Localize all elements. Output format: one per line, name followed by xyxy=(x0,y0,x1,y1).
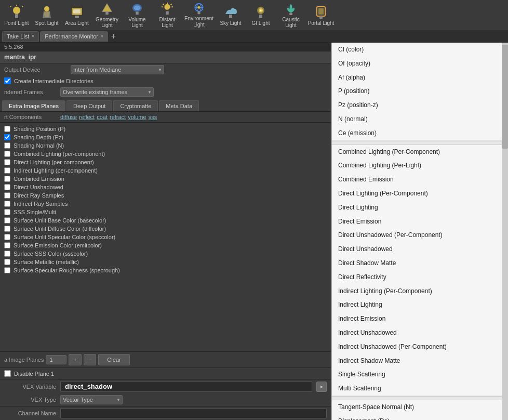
dropdown-item-combined-lighting-component[interactable]: Combined Lighting (Per-Component) xyxy=(332,145,508,159)
scrollbar-thumb[interactable] xyxy=(502,45,508,149)
dropdown-item-direct-unshadowed[interactable]: Direct Unshadowed xyxy=(332,242,508,256)
checkbox-6[interactable] xyxy=(4,176,10,182)
area-light-icon xyxy=(70,5,84,19)
vex-variable-row: VEX Variable ▸ xyxy=(0,379,331,393)
image-planes-index[interactable] xyxy=(46,355,66,364)
sub-tab-deep-output[interactable]: Deep Output xyxy=(66,100,112,111)
component-reflect[interactable]: reflect xyxy=(79,114,95,120)
vex-type-select-wrapper: Vector Type xyxy=(60,395,123,404)
checkbox-3[interactable] xyxy=(4,151,10,157)
svg-rect-1 xyxy=(15,14,18,18)
create-intermediate-checkbox[interactable] xyxy=(4,77,11,84)
dropdown-item-displacement[interactable]: Displacement (Ds) xyxy=(332,414,508,420)
sub-tab-meta-data[interactable]: Meta Data xyxy=(159,100,199,111)
sky-light-tool[interactable]: Sky Light xyxy=(216,1,245,29)
area-light-tool[interactable]: Area Light xyxy=(62,1,91,29)
image-planes-remove-button[interactable]: − xyxy=(84,354,96,365)
dropdown-item-af[interactable]: Af (alpha) xyxy=(332,71,508,85)
dropdown-item-indirect-shadow-matte[interactable]: Indirect Shadow Matte xyxy=(332,354,508,368)
dropdown-item-combined-emission[interactable]: Combined Emission xyxy=(332,173,508,187)
dropdown-item-direct-emission[interactable]: Direct Emission xyxy=(332,215,508,229)
checkbox-8[interactable] xyxy=(4,192,10,199)
checkbox-14[interactable] xyxy=(4,242,10,248)
checkbox-4[interactable] xyxy=(4,159,10,165)
dropdown-panel[interactable]: Cf (color) Of (opacity) Af (alpha) P (po… xyxy=(331,43,508,420)
dropdown-item-indirect-unshadowed-component[interactable]: Indirect Unshadowed (Per-Component) xyxy=(332,340,508,354)
svg-line-4 xyxy=(22,6,23,7)
dropdown-scrollbar[interactable] xyxy=(502,43,508,420)
checkbox-10[interactable] xyxy=(4,209,10,215)
checkbox-2[interactable] xyxy=(4,142,10,149)
checkbox-label-6: Combined Emission xyxy=(14,176,64,182)
dropdown-group3: Tangent-Space Normal (Nt) Displacement (… xyxy=(332,400,508,420)
sub-tab-extra-image-planes[interactable]: Extra Image Planes xyxy=(2,100,65,111)
tab-take-list[interactable]: Take List × xyxy=(2,31,39,42)
component-diffuse[interactable]: diffuse xyxy=(60,114,77,120)
dropdown-item-multi-scattering[interactable]: Multi Scattering xyxy=(332,382,508,396)
component-volume[interactable]: volume xyxy=(128,114,146,120)
vex-variable-input[interactable] xyxy=(60,381,312,392)
component-coat[interactable]: coat xyxy=(97,114,108,120)
dropdown-item-indirect-lighting[interactable]: Indirect Lighting xyxy=(332,298,508,312)
volume-light-tool[interactable]: Volume Light xyxy=(123,1,152,29)
spot-light-tool[interactable]: Spot Light xyxy=(32,1,61,29)
dropdown-item-single-scattering[interactable]: Single Scattering xyxy=(332,368,508,382)
dropdown-item-ce[interactable]: Ce (emission) xyxy=(332,126,508,140)
tab-take-list-close[interactable]: × xyxy=(31,33,34,39)
gi-light-tool[interactable]: GI Light xyxy=(246,1,275,29)
caustic-light-tool[interactable]: Caustic Light xyxy=(276,1,305,29)
sub-tab-cryptomatte[interactable]: Cryptomatte xyxy=(113,100,158,111)
dropdown-item-of[interactable]: Of (opacity) xyxy=(332,57,508,71)
dropdown-item-pz[interactable]: Pz (position-z) xyxy=(332,98,508,112)
environment-light-tool[interactable]: Environment Light xyxy=(183,1,215,29)
dropdown-item-direct-reflectivity[interactable]: Direct Reflectivity xyxy=(332,270,508,284)
checkbox-7[interactable] xyxy=(4,184,10,190)
checkbox-11[interactable] xyxy=(4,217,10,224)
checkbox-5[interactable] xyxy=(4,167,10,174)
checkbox-16[interactable] xyxy=(4,259,10,265)
component-refract[interactable]: refract xyxy=(110,114,126,120)
checkbox-0[interactable] xyxy=(4,126,10,132)
checkbox-1[interactable] xyxy=(4,134,10,140)
check-item-1: Shading Depth (Pz) xyxy=(4,133,327,141)
add-tab-button[interactable]: + xyxy=(109,32,118,41)
dropdown-item-direct-unshadowed-component[interactable]: Direct Unshadowed (Per-Component) xyxy=(332,228,508,242)
dropdown-item-indirect-lighting-component[interactable]: Indirect Lighting (Per-Component) xyxy=(332,284,508,298)
dropdown-item-direct-shadow-matte[interactable]: Direct Shadow Matte xyxy=(332,256,508,270)
checkbox-9[interactable] xyxy=(4,201,10,207)
clear-button[interactable]: Clear xyxy=(98,354,129,365)
dropdown-item-indirect-emission[interactable]: Indirect Emission xyxy=(332,312,508,326)
dropdown-item-direct-lighting[interactable]: Direct Lighting xyxy=(332,201,508,215)
distant-light-tool[interactable]: Distant Light xyxy=(153,1,182,29)
dropdown-item-n[interactable]: N (normal) xyxy=(332,112,508,126)
tab-performance-monitor-close[interactable]: × xyxy=(100,33,103,39)
checkbox-13[interactable] xyxy=(4,234,10,240)
dropdown-item-cf[interactable]: Cf (color) xyxy=(332,43,508,57)
checkbox-12[interactable] xyxy=(4,226,10,232)
gi-light-icon xyxy=(253,5,268,19)
point-light-tool[interactable]: Point Light xyxy=(2,1,31,29)
disable-plane-checkbox[interactable] xyxy=(4,370,11,377)
disable-plane-label: Disable Plane 1 xyxy=(14,371,54,377)
dropdown-item-combined-lighting-light[interactable]: Combined Lighting (Per-Light) xyxy=(332,159,508,173)
component-sss[interactable]: sss xyxy=(149,114,157,120)
dropdown-group1: Cf (color) Of (opacity) Af (alpha) P (po… xyxy=(332,43,508,141)
dropdown-item-indirect-unshadowed[interactable]: Indirect Unshadowed xyxy=(332,326,508,340)
channel-name-input[interactable] xyxy=(60,408,327,418)
checkbox-15[interactable] xyxy=(4,251,10,257)
vex-type-select[interactable]: Vector Type xyxy=(60,395,123,404)
vex-type-row: VEX Type Vector Type xyxy=(0,393,331,406)
geometry-light-tool[interactable]: Geometry Light xyxy=(92,1,122,29)
main-content: 5.5.268 mantra_ipr Output Device Inter f… xyxy=(0,43,508,420)
overwrite-select[interactable]: Overwrite existing frames xyxy=(60,87,154,97)
dropdown-item-direct-lighting-component[interactable]: Direct Lighting (Per-Component) xyxy=(332,187,508,201)
vex-variable-icon-button[interactable]: ▸ xyxy=(316,382,327,392)
dropdown-item-tangent-normal[interactable]: Tangent-Space Normal (Nt) xyxy=(332,400,508,414)
distant-light-icon xyxy=(160,2,175,16)
tab-performance-monitor[interactable]: Performance Monitor × xyxy=(40,31,108,42)
checkbox-17[interactable] xyxy=(4,267,10,273)
dropdown-item-p[interactable]: P (position) xyxy=(332,84,508,98)
image-planes-add-button[interactable]: + xyxy=(69,354,81,365)
output-device-select[interactable]: Inter from Mediane xyxy=(71,65,164,74)
portal-light-tool[interactable]: Portal Light xyxy=(306,1,336,29)
